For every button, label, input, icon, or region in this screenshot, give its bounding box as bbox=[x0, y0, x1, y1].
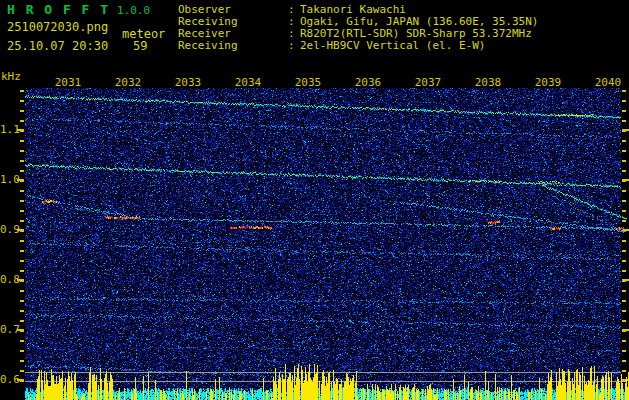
y-axis-minor-tick bbox=[20, 240, 24, 242]
y-axis-minor-tick bbox=[20, 230, 24, 232]
meteor-count: 59 bbox=[133, 40, 147, 52]
x-tick-label: 2040 bbox=[592, 77, 624, 88]
x-tick-label: 2039 bbox=[532, 77, 564, 88]
y-tick-label: 0.8 bbox=[0, 274, 16, 285]
y-tick-label: 0.6 bbox=[0, 374, 16, 385]
y-axis-minor-tick bbox=[20, 270, 24, 272]
y-tick-label: 1.0 bbox=[0, 174, 16, 185]
y-axis-minor-tick bbox=[20, 130, 24, 132]
station-info: Observer:Takanori Kawachi Receiving Loca… bbox=[178, 4, 538, 52]
y-axis-minor-tick bbox=[20, 210, 24, 212]
y-axis-minor-tick bbox=[20, 190, 24, 192]
y-tick-label: 0.7 bbox=[0, 324, 16, 335]
y-axis-minor-tick bbox=[20, 160, 24, 162]
y-axis-minor-tick bbox=[20, 290, 24, 292]
y-axis-minor-tick bbox=[20, 100, 24, 102]
y-tick-label: 1.1 bbox=[0, 124, 16, 135]
y-axis-minor-tick bbox=[20, 140, 24, 142]
info-label: Receiver bbox=[178, 28, 288, 40]
info-label: Observer bbox=[178, 4, 288, 16]
y-axis-minor-tick bbox=[20, 320, 24, 322]
y-tick-label: 0.9 bbox=[0, 224, 16, 235]
app-version: 1.0.0 bbox=[117, 5, 150, 16]
y-axis-unit-label: kHz bbox=[1, 71, 21, 82]
y-axis-minor-tick bbox=[20, 200, 24, 202]
hrofft-window: H R O F F T 1.0.0 2510072030.png meteor … bbox=[0, 0, 629, 400]
app-title: H R O F F T bbox=[7, 3, 110, 16]
x-tick-label: 2035 bbox=[292, 77, 324, 88]
output-file-name: 2510072030.png bbox=[7, 21, 108, 33]
observation-datetime: 25.10.07 20:30 bbox=[7, 40, 108, 52]
y-axis-minor-tick bbox=[20, 360, 24, 362]
y-axis-minor-tick bbox=[20, 310, 24, 312]
info-separator: : bbox=[288, 40, 300, 52]
x-tick-label: 2038 bbox=[472, 77, 504, 88]
y-axis-minor-tick bbox=[20, 350, 24, 352]
x-tick-label: 2034 bbox=[232, 77, 264, 88]
y-axis-minor-tick bbox=[20, 370, 24, 372]
x-tick-label: 2033 bbox=[172, 77, 204, 88]
info-label: Receiving antenna bbox=[178, 40, 288, 52]
y-axis-minor-tick bbox=[20, 170, 24, 172]
y-axis-minor-tick bbox=[20, 330, 24, 332]
y-axis-minor-tick bbox=[20, 180, 24, 182]
y-axis-minor-tick bbox=[20, 110, 24, 112]
x-tick-label: 2031 bbox=[52, 77, 84, 88]
y-axis-minor-tick bbox=[20, 250, 24, 252]
y-axis-minor-tick bbox=[20, 90, 24, 92]
y-axis-minor-tick bbox=[20, 260, 24, 262]
y-axis-minor-tick bbox=[20, 300, 24, 302]
x-tick-label: 2037 bbox=[412, 77, 444, 88]
y-axis-minor-tick bbox=[20, 220, 24, 222]
info-value: 2el-HB9CV Vertical (el. E-W) bbox=[300, 40, 485, 52]
y-axis-minor-tick bbox=[20, 120, 24, 122]
y-axis-minor-tick bbox=[20, 380, 24, 382]
y-axis-minor-tick bbox=[20, 280, 24, 282]
y-axis-minor-tick bbox=[20, 150, 24, 152]
y-axis-minor-tick bbox=[20, 340, 24, 342]
info-row: Receiving antenna:2el-HB9CV Vertical (el… bbox=[178, 40, 538, 52]
x-tick-label: 2036 bbox=[352, 77, 384, 88]
spectrogram-canvas bbox=[25, 88, 629, 400]
x-tick-label: 2032 bbox=[112, 77, 144, 88]
info-label: Receiving Location bbox=[178, 16, 288, 28]
